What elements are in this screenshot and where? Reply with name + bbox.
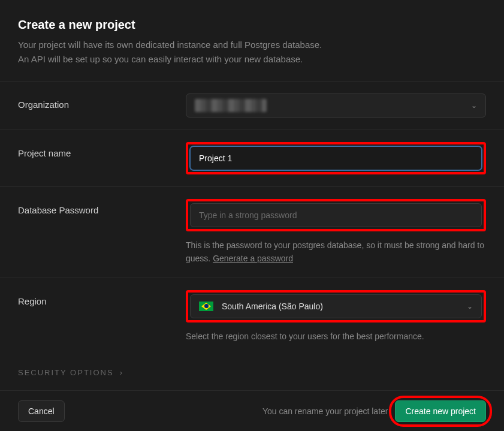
organization-value-redacted <box>195 99 267 112</box>
chevron-down-icon: ⌄ <box>471 101 477 110</box>
subtitle-line-1: Your project will have its own dedicated… <box>18 38 486 52</box>
region-row: Region South America (São Paulo) ⌄ Selec… <box>0 278 504 355</box>
region-select[interactable]: South America (São Paulo) ⌄ <box>190 294 482 318</box>
region-helper: Select the region closest to your users … <box>186 330 486 343</box>
database-password-input[interactable] <box>190 203 482 227</box>
cancel-button[interactable]: Cancel <box>18 400 65 422</box>
modal-footer: Cancel You can rename your project later… <box>0 390 504 431</box>
database-password-row: Database Password This is the password t… <box>0 187 504 278</box>
subtitle-line-2: An API will be set up so you can easily … <box>18 52 486 67</box>
create-project-modal: Create a new project Your project will h… <box>0 0 504 431</box>
organization-select[interactable]: ⌄ <box>186 94 486 117</box>
generate-password-link[interactable]: Generate a password <box>213 254 293 263</box>
organization-row: Organization ⌄ <box>0 82 504 130</box>
region-selected-value: South America (São Paulo) <box>222 302 467 311</box>
project-name-input[interactable] <box>190 146 482 170</box>
chevron-down-icon: ⌄ <box>467 302 473 311</box>
organization-label: Organization <box>18 94 186 110</box>
password-helper: This is the password to your postgres da… <box>186 239 486 266</box>
project-name-label: Project name <box>18 142 186 158</box>
highlight-password <box>186 199 486 231</box>
chevron-right-icon: › <box>120 368 123 377</box>
highlight-region: South America (São Paulo) ⌄ <box>186 290 486 323</box>
database-password-label: Database Password <box>18 199 186 215</box>
modal-title: Create a new project <box>18 18 486 32</box>
modal-subtitle: Your project will have its own dedicated… <box>18 38 486 67</box>
brazil-flag-icon <box>199 302 213 311</box>
form-area: Organization ⌄ Project name Database Pas… <box>0 81 504 390</box>
rename-hint: You can rename your project later <box>262 406 388 416</box>
modal-header: Create a new project Your project will h… <box>0 0 504 81</box>
project-name-row: Project name <box>0 130 504 187</box>
create-project-button[interactable]: Create new project <box>395 400 486 422</box>
highlight-project-name <box>186 142 486 174</box>
security-options-toggle[interactable]: Security Options › <box>0 355 504 390</box>
security-options-label: Security Options <box>18 368 114 377</box>
region-label: Region <box>18 290 186 306</box>
